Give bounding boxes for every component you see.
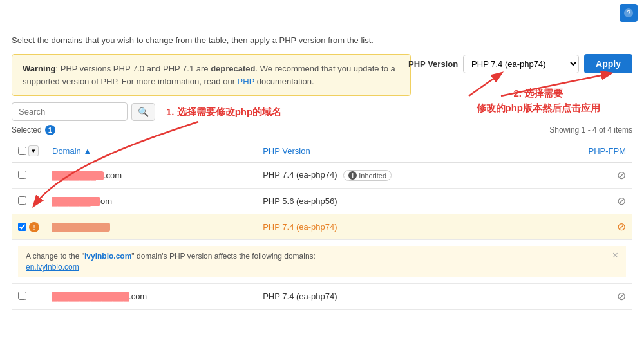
row1-checkbox-cell xyxy=(12,162,46,189)
instructions: Select the domains that you wish to chan… xyxy=(12,35,632,45)
row4-domain-blurred: ██████████████ xyxy=(52,292,129,301)
close-notice-button[interactable]: × xyxy=(612,250,618,261)
row1-info-icon: i xyxy=(348,171,357,180)
search-icon: 🔍 xyxy=(138,107,149,117)
row3-php-version: PHP 7.4 (ea-php74) xyxy=(263,222,337,232)
dropdown-toggle[interactable]: ▾ xyxy=(28,145,39,156)
row1-php-version-cell: PHP 7.4 (ea-php74) i Inherited xyxy=(256,162,533,189)
warning-box: Warning: PHP versions PHP 7.0 and PHP 7.… xyxy=(12,54,411,96)
row4-fpm-cell: ⊘ xyxy=(533,284,632,310)
row3-checkbox-cell: ! xyxy=(12,214,46,240)
row2-fpm-cell: ⊘ xyxy=(533,189,632,214)
row2-checkbox-cell xyxy=(12,189,46,214)
th-php-version: PHP Version xyxy=(256,140,533,162)
notice-domain-link[interactable]: lvyinbio.com xyxy=(84,252,131,261)
th-php-fpm: PHP-FPM xyxy=(533,140,632,162)
row2-domain-suffix: om xyxy=(100,196,112,206)
warning-text1: : PHP versions PHP 7.0 and PHP 7.1 are xyxy=(56,64,211,73)
affected-notice-text: A change to the "lvyinbio.com" domain's … xyxy=(26,252,316,261)
selected-badge: Selected 1 xyxy=(12,125,55,135)
select-all-checkbox[interactable] xyxy=(18,147,26,155)
row3-checkbox[interactable] xyxy=(18,223,26,231)
search-bar: 🔍 xyxy=(12,102,632,121)
php-version-select[interactable]: PHP 7.4 (ea-php74) PHP 7.3 (ea-php73) PH… xyxy=(463,55,579,73)
row4-fpm-icon: ⊘ xyxy=(617,290,626,303)
table-section: 🔍 1. 选择需要修改php的域名 Selected 1 Showing 1 xyxy=(12,102,632,310)
php-version-panel: PHP Version PHP 7.4 (ea-php74) PHP 7.3 (… xyxy=(408,54,632,73)
affected-notice-cell: × A change to the "lvyinbio.com" domain'… xyxy=(12,240,632,284)
page-content: Select the domains that you wish to chan… xyxy=(0,26,644,319)
row1-domain-cell: ████████.com xyxy=(46,162,256,189)
table-header-row: ▾ Domain ▲ PHP Version PHP-FPM xyxy=(12,140,632,162)
affected-notice: × A change to the "lvyinbio.com" domain'… xyxy=(18,246,626,277)
row3-domain-cell: ████████ xyxy=(46,214,256,240)
row1-domain-blurred: ████████ xyxy=(52,171,104,180)
table-row: ████████.com PHP 7.4 (ea-php74) i Inheri… xyxy=(12,162,632,189)
row4-checkbox[interactable] xyxy=(18,292,26,300)
warning-label: Warning xyxy=(23,64,56,73)
row3-domain-blurred: ████████ xyxy=(52,223,110,232)
php-version-label: PHP Version xyxy=(408,59,458,69)
row1-inherited-badge: i Inherited xyxy=(343,170,392,181)
row1-fpm-cell: ⊘ xyxy=(533,162,632,189)
row2-domain-cell: ███████om xyxy=(46,189,256,214)
th-domain-label: Domain xyxy=(52,146,81,156)
top-icon: ? xyxy=(620,4,638,22)
row2-fpm-icon: ⊘ xyxy=(617,195,626,207)
row4-checkbox-cell xyxy=(12,284,46,310)
row1-php-version: PHP 7.4 (ea-php74) xyxy=(263,170,337,180)
row1-inherited-label: Inherited xyxy=(359,172,386,180)
row2-php-version-cell: PHP 5.6 (ea-php56) xyxy=(256,189,533,214)
row2-php-version: PHP 5.6 (ea-php56) xyxy=(263,196,337,206)
warning-text3: documentation. xyxy=(254,77,314,86)
selected-count: 1 xyxy=(45,125,55,135)
top-bar: ? xyxy=(0,0,644,26)
row4-php-version: PHP 7.4 (ea-php74) xyxy=(263,292,337,301)
search-input[interactable] xyxy=(12,102,128,121)
apply-button[interactable]: Apply xyxy=(584,54,632,73)
svg-line-5 xyxy=(501,73,611,96)
row1-checkbox[interactable] xyxy=(18,171,26,179)
svg-text:?: ? xyxy=(627,9,630,17)
domains-table: ▾ Domain ▲ PHP Version PHP-FPM xyxy=(12,140,632,310)
notice-text-before: A change to the " xyxy=(26,252,84,261)
th-checkbox: ▾ xyxy=(12,140,46,162)
th-domain-sort[interactable]: ▲ xyxy=(83,146,91,156)
annotation-2-step: 2. 选择需要 xyxy=(477,86,601,101)
table-row: ! ████████ PHP 7.4 (ea-php74) ⊘ xyxy=(12,214,632,240)
row3-warning-icon: ! xyxy=(29,222,39,232)
table-row: ██████████████.com PHP 7.4 (ea-php74) ⊘ xyxy=(12,284,632,310)
svg-line-4 xyxy=(469,73,501,96)
showing-text: Showing 1 - 4 of 4 items xyxy=(549,126,632,135)
notice-text-after: " domain's PHP version affects the follo… xyxy=(131,252,316,261)
row3-fpm-cell: ⊘ xyxy=(533,214,632,240)
table-row: ███████om PHP 5.6 (ea-php56) ⊘ xyxy=(12,189,632,214)
row4-domain-cell: ██████████████.com xyxy=(46,284,256,310)
row1-fpm-icon: ⊘ xyxy=(617,169,626,182)
row1-domain-suffix: .com xyxy=(104,171,122,180)
row2-domain-blurred: ███████ xyxy=(52,197,100,206)
th-domain: Domain ▲ xyxy=(46,140,256,162)
warning-php-link[interactable]: PHP xyxy=(238,77,255,86)
affected-notice-row: × A change to the "lvyinbio.com" domain'… xyxy=(12,240,632,284)
warning-deprecated: deprecated xyxy=(211,64,255,73)
row3-php-version-cell: PHP 7.4 (ea-php74) xyxy=(256,214,533,240)
search-button[interactable]: 🔍 xyxy=(131,103,155,121)
row4-domain-suffix: .com xyxy=(129,292,147,301)
row2-checkbox[interactable] xyxy=(18,196,26,205)
selected-label: Selected xyxy=(12,126,42,135)
row3-fpm-icon: ⊘ xyxy=(617,221,626,233)
row4-php-version-cell: PHP 7.4 (ea-php74) xyxy=(256,284,533,310)
affected-domain-link[interactable]: en.lvyinbio.com xyxy=(26,263,618,272)
